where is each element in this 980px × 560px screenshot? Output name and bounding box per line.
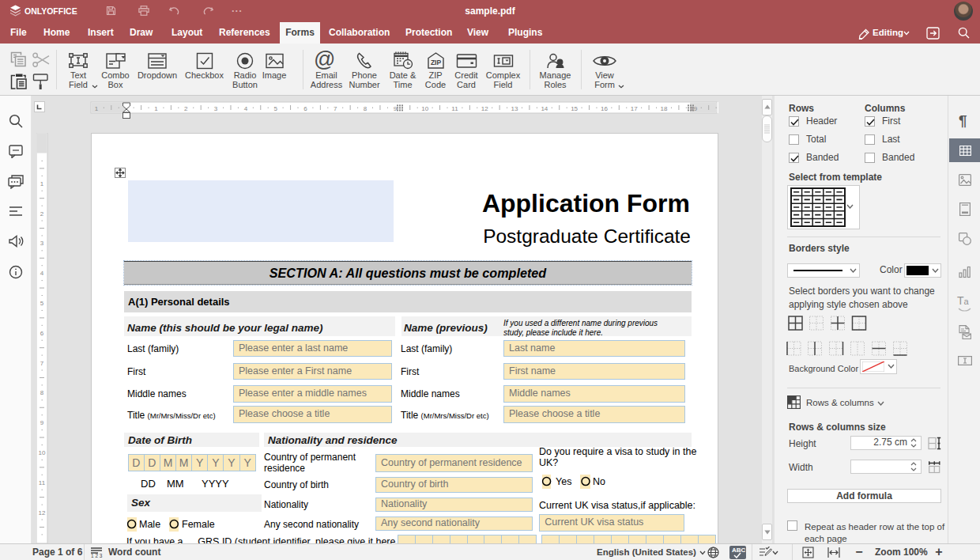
svg-text:4: 4 xyxy=(244,105,248,112)
svg-text:13: 13 xyxy=(511,105,518,112)
svg-text:1: 1 xyxy=(95,105,99,112)
svg-text:5: 5 xyxy=(273,105,277,112)
svg-text:17: 17 xyxy=(631,105,638,112)
svg-text:14: 14 xyxy=(541,105,548,112)
svg-text:10: 10 xyxy=(421,105,428,112)
svg-text:2: 2 xyxy=(184,105,188,112)
svg-text:1 2 3: 1 2 3 xyxy=(91,553,103,558)
svg-text:3: 3 xyxy=(40,240,44,247)
svg-text:3: 3 xyxy=(214,105,218,112)
svg-text:11: 11 xyxy=(451,105,458,112)
svg-text:16: 16 xyxy=(601,105,608,112)
svg-text:5: 5 xyxy=(40,300,44,307)
svg-text:9: 9 xyxy=(40,419,44,426)
svg-text:12: 12 xyxy=(39,509,46,516)
svg-text:9: 9 xyxy=(394,105,398,112)
svg-text:7: 7 xyxy=(40,360,44,367)
svg-text:2: 2 xyxy=(40,210,44,218)
svg-text:7: 7 xyxy=(334,105,337,112)
svg-text:8: 8 xyxy=(364,105,368,112)
svg-text:1: 1 xyxy=(154,105,158,112)
svg-text:4: 4 xyxy=(40,270,44,277)
svg-text:8: 8 xyxy=(40,389,44,396)
svg-text:6: 6 xyxy=(303,105,307,112)
svg-text:6: 6 xyxy=(40,330,44,337)
svg-text:18: 18 xyxy=(661,105,668,112)
svg-text:11: 11 xyxy=(39,479,46,486)
svg-text:1: 1 xyxy=(40,180,44,187)
svg-text:10: 10 xyxy=(39,449,46,456)
svg-text:ZIP: ZIP xyxy=(431,59,442,66)
svg-text:15: 15 xyxy=(571,105,578,112)
svg-text:12: 12 xyxy=(481,105,488,112)
